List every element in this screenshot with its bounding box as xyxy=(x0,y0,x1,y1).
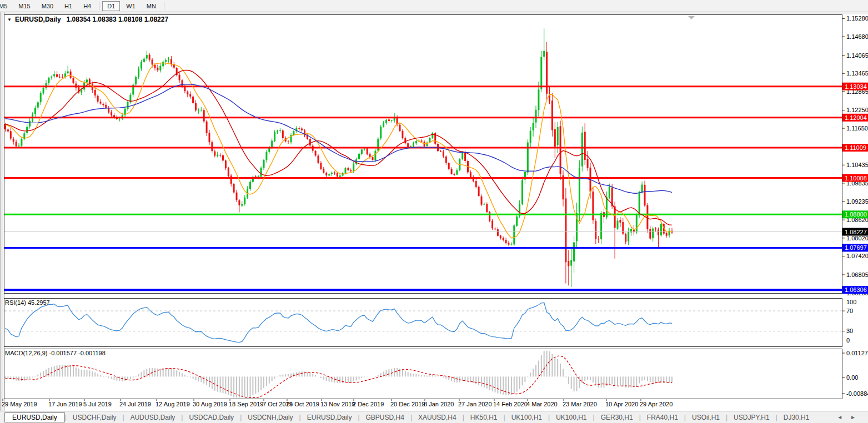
chart-tab-eurusd-daily[interactable]: EURUSD,Daily xyxy=(301,413,358,422)
chart-tab-usoil-h1[interactable]: USOil,H1 xyxy=(686,413,726,422)
macd-panel[interactable] xyxy=(4,349,842,399)
date-tick-label: 27 Jan 2020 xyxy=(458,401,492,407)
date-tick-label: 25 Oct 2019 xyxy=(286,401,319,407)
date-tick-label: 12 Aug 2019 xyxy=(155,401,190,407)
chart-tab-ger30-h1[interactable]: GER30,H1 xyxy=(595,413,639,422)
chart-tab-usdjpy-h1[interactable]: USDJPY,H1 xyxy=(727,413,775,422)
date-tick-label: 10 Apr 2020 xyxy=(605,401,638,407)
timeframe-button-m30[interactable]: M30 xyxy=(37,1,58,11)
price-tick-label: 1.13465 xyxy=(846,70,868,77)
timeframe-button-h1[interactable]: H1 xyxy=(59,1,77,11)
rsi-axis: 10070300 xyxy=(842,299,856,344)
chart-tab-usdcad-daily[interactable]: USDCAD,Daily xyxy=(183,413,240,422)
date-tick-label: 29 Apr 2020 xyxy=(640,401,673,407)
macd-tick-label: 0.011277 xyxy=(846,350,868,356)
rsi-tick-label: 100 xyxy=(846,299,856,305)
timeframe-button-d1[interactable]: D1 xyxy=(102,1,120,11)
price-tick-label: 1.12250 xyxy=(846,107,868,113)
tabs-scroll-left-icon[interactable]: ◄ xyxy=(837,414,842,420)
chart-tab-hk50-h1[interactable]: HK50,H1 xyxy=(464,413,504,422)
chart-symbol-period: EURUSD,Daily xyxy=(15,16,61,23)
chart-tab-uk100-h1[interactable]: UK100,H1 xyxy=(550,413,593,422)
chart-tab-usdcnh-daily[interactable]: USDCNH,Daily xyxy=(242,413,299,422)
date-tick-label: 29 May 2019 xyxy=(2,401,37,407)
chart-menu-triangle-icon[interactable]: ▼ xyxy=(7,17,12,22)
price-tick-label: 1.06805 xyxy=(846,271,868,278)
macd-indicator-label: MACD(12,26,9) -0.001577 -0.001198 xyxy=(5,350,106,356)
price-level-badge-label: 1.11009 xyxy=(845,144,866,151)
date-tick-label: 24 Jul 2019 xyxy=(119,401,151,407)
chart-canvas[interactable]: 1.152801.146801.140651.134651.128651.122… xyxy=(0,12,868,411)
date-tick-label: 14 Feb 2020 xyxy=(493,401,528,407)
price-tick-label: 1.15280 xyxy=(846,15,868,22)
price-level-badge-label: 1.10008 xyxy=(845,175,867,182)
timeframe-button-m5[interactable]: M5 xyxy=(0,1,12,11)
price-tick-label: 1.10435 xyxy=(846,162,868,168)
timeframe-button-h4[interactable]: H4 xyxy=(78,1,96,11)
price-tick-label: 1.09235 xyxy=(846,198,868,205)
price-tick-label: 1.11650 xyxy=(846,125,868,132)
rsi-tick-label: 70 xyxy=(846,308,853,314)
chart-tab-dj30-h1[interactable]: DJ30,H1 xyxy=(777,413,816,422)
date-tick-label: 5 Jul 2019 xyxy=(83,401,112,407)
date-tick-label: 8 Jan 2020 xyxy=(424,401,454,407)
price-level-badge-label: 1.06306 xyxy=(845,286,867,293)
price-axis[interactable]: 1.152801.146801.140651.134651.128651.122… xyxy=(842,15,868,296)
price-level-badge-label: 1.08227 xyxy=(845,229,867,235)
macd-axis: 0.0112770.00-0.008845 xyxy=(842,350,868,397)
main-chart-panel[interactable] xyxy=(4,15,842,294)
chart-tab-uk100-h1[interactable]: UK100,H1 xyxy=(505,413,548,422)
chart-title: ▼ EURUSD,Daily 1.08354 1.08383 1.08108 1… xyxy=(7,16,168,23)
time-axis[interactable]: 29 May 201917 Jun 20195 Jul 201924 Jul 2… xyxy=(2,399,673,407)
chart-ohlc-values: 1.08354 1.08383 1.08108 1.08227 xyxy=(67,16,169,23)
price-tick-label: 1.08020 xyxy=(846,235,868,241)
rsi-indicator-label: RSI(14) 45.2957 xyxy=(5,299,50,306)
date-tick-label: 23 Mar 2020 xyxy=(563,401,597,407)
price-level-badge-label: 1.13034 xyxy=(845,83,867,90)
price-tick-label: 1.07420 xyxy=(846,253,868,259)
rsi-tick-label: 0 xyxy=(846,337,850,344)
price-level-badge-label: 1.12004 xyxy=(845,114,867,121)
chart-tab-audusd-daily[interactable]: AUDUSD,Daily xyxy=(124,413,182,422)
price-tick-label: 1.14065 xyxy=(846,52,868,59)
chart-tab-eurusd-daily[interactable]: EURUSD,Daily xyxy=(4,412,65,422)
date-tick-label: 4 Mar 2020 xyxy=(526,401,558,407)
date-tick-label: 30 Aug 2019 xyxy=(193,401,227,407)
rsi-panel[interactable] xyxy=(4,299,842,347)
chart-tab-fra40-h1[interactable]: FRA40,H1 xyxy=(641,413,684,422)
timeframe-button-m15[interactable]: M15 xyxy=(13,1,35,11)
timeframe-button-w1[interactable]: W1 xyxy=(121,1,141,11)
toolbar-separator xyxy=(99,2,99,10)
chart-tab-gbpusd-h4[interactable]: GBPUSD,H4 xyxy=(360,413,410,422)
chart-tabs-bar: EURUSD,Daily|USDCHF,Daily|AUDUSD,Daily|U… xyxy=(0,411,868,423)
date-tick-label: 20 Dec 2019 xyxy=(390,401,425,407)
date-tick-label: 13 Nov 2019 xyxy=(320,401,355,407)
chart-tab-usdchf-daily[interactable]: USDCHF,Daily xyxy=(67,413,123,422)
date-tick-label: 17 Jun 2019 xyxy=(48,401,82,407)
chart-tab-xauusd-h4[interactable]: XAUUSD,H4 xyxy=(412,413,463,422)
macd-tick-label: 0.00 xyxy=(846,374,858,381)
price-tick-label: 1.14680 xyxy=(846,33,868,40)
date-tick-label: 2 Dec 2019 xyxy=(353,401,384,407)
timeframe-toolbar: M5M15M30H1H4D1W1MN xyxy=(0,0,868,12)
timeframe-button-mn[interactable]: MN xyxy=(142,1,161,11)
toolbar-separator xyxy=(164,2,164,10)
macd-tick-label: -0.008845 xyxy=(846,390,868,397)
date-tick-label: 18 Sep 2019 xyxy=(229,401,263,407)
tabs-scroll-right-icon[interactable]: ► xyxy=(850,414,856,420)
price-level-badge-label: 1.08800 xyxy=(845,211,867,218)
rsi-tick-label: 30 xyxy=(846,328,853,334)
price-level-badge-label: 1.07697 xyxy=(845,244,867,251)
